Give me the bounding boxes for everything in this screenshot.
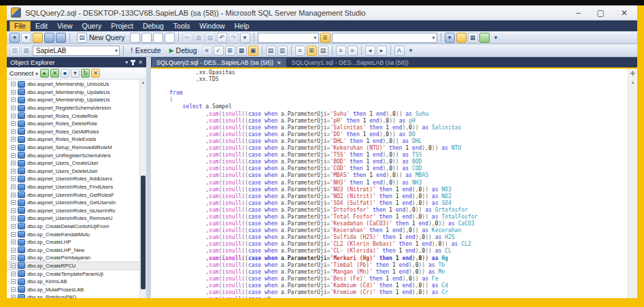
add-connection-icon[interactable]: ▾ <box>10 33 20 43</box>
tree-item[interactable]: dbo.aspnet_Membership_UpdateUs <box>7 88 140 97</box>
find-combo[interactable]: ▾ <box>332 33 437 43</box>
panel-close-icon[interactable]: ✕ <box>138 59 143 65</box>
mdx-query-icon[interactable] <box>153 33 163 43</box>
tree-item[interactable]: dbo.aspnet_Users_CreateUser <box>7 159 140 167</box>
tree-item[interactable]: dbo.aspnet_Roles_DeleteRole <box>7 120 140 128</box>
tab-sqlquery1[interactable]: SQLQuery1.sql - DES...SapieLAB (sa (58)) <box>287 58 413 67</box>
include-actual-plan-icon[interactable]: ▤ <box>266 46 276 56</box>
xmla-query-icon[interactable] <box>165 33 175 43</box>
tree-item[interactable]: dbo.sp_CreateDetailContohUjiFrom <box>7 223 140 231</box>
results-to-text-icon[interactable]: ≡ <box>295 46 305 56</box>
expand-icon[interactable] <box>11 200 16 205</box>
expand-icon[interactable] <box>11 232 16 237</box>
find-in-files-icon[interactable]: ▾ <box>445 33 455 43</box>
editor-scroll-up-icon[interactable]: ▲ <box>628 80 637 84</box>
expand-icon[interactable] <box>11 184 16 189</box>
specify-template-values-icon[interactable]: ▣ <box>248 46 258 56</box>
project-combo[interactable]: ▾ <box>258 33 319 43</box>
tree-item[interactable]: dbo.aspnet_Membership_UpdateUs <box>7 96 140 104</box>
copy-icon[interactable]: ▥ <box>194 33 204 43</box>
tree-item[interactable]: dbo.aspnet_UnRegisterSchemaVers <box>7 151 140 159</box>
close-button[interactable]: ✕ <box>621 8 628 18</box>
pin-icon[interactable] <box>132 60 134 65</box>
menu-window[interactable]: Window <box>194 21 229 31</box>
menu-query[interactable]: Query <box>78 21 107 31</box>
tab-sqlquery2[interactable]: SQLQuery2.sql - DES...SapieLAB (sa (58))… <box>152 58 286 67</box>
expand-icon[interactable] <box>11 169 16 174</box>
expand-icon[interactable] <box>11 145 16 150</box>
undo-icon[interactable]: ↶ <box>217 33 227 43</box>
expand-icon[interactable] <box>11 137 16 142</box>
code-area[interactable]: ,xx.Opasitas ,xx.TDS from ( select a.Sam… <box>151 69 637 298</box>
expand-icon[interactable] <box>11 248 16 253</box>
expand-icon[interactable] <box>11 176 16 181</box>
execute-button[interactable]: !Execute <box>127 45 165 56</box>
save-icon[interactable] <box>44 33 54 43</box>
results-to-file-icon[interactable]: ▤ <box>318 46 328 56</box>
paste-icon[interactable]: ▤ <box>205 33 216 43</box>
stop-icon[interactable]: ■ <box>61 69 69 78</box>
tree-item[interactable]: dbo.aspnet_Membership_UnlockUs <box>7 80 140 88</box>
increase-indent-icon[interactable]: ▸ <box>377 46 387 56</box>
database-combo[interactable]: SapieLAB▾ <box>33 46 120 56</box>
connect-button[interactable]: Connect ▾ <box>10 69 38 77</box>
disconnect-server-icon[interactable]: ✕ <box>50 69 59 78</box>
tree-item[interactable]: dbo.aspnet_UsersInRoles_GetUsersIn <box>7 199 140 207</box>
expand-icon[interactable] <box>11 224 16 229</box>
tree-item[interactable]: dbo.aspnet_Roles_GetAllRoles <box>7 128 140 136</box>
expand-icon[interactable] <box>11 255 16 260</box>
expand-icon[interactable] <box>11 287 16 292</box>
expand-icon[interactable] <box>11 153 16 158</box>
filter-icon[interactable]: ▼ <box>71 69 80 78</box>
tree-item[interactable]: dbo.sp_CreateLHP_New <box>7 246 140 254</box>
connect-server-icon[interactable]: ▸ <box>40 69 49 78</box>
new-query-button[interactable]: ▤New Query <box>73 32 129 43</box>
results-to-grid-icon[interactable]: ⊞ <box>307 46 317 56</box>
properties-icon[interactable] <box>456 33 467 43</box>
help-library-icon[interactable] <box>479 33 490 43</box>
navigate-backward-icon[interactable]: ▾ <box>240 33 250 43</box>
menu-debug[interactable]: Debug <box>138 21 169 31</box>
tree-item[interactable]: dbo.sp_CreateKendaliMutu <box>7 230 140 238</box>
expand-icon[interactable] <box>11 279 16 284</box>
tree-item[interactable]: dbo.aspnet_UsersInRoles_FindUsers <box>7 183 140 191</box>
sql-code[interactable]: ,xx.Opasitas ,xx.TDS from ( select a.Sam… <box>156 69 628 298</box>
include-client-statistics-icon[interactable]: ▥ <box>277 46 288 56</box>
expand-icon[interactable] <box>11 161 16 165</box>
open-folder-icon[interactable] <box>33 33 43 43</box>
panel-splitter[interactable] <box>146 57 151 298</box>
tree-item[interactable]: dbo.sp_CreateTemplateParamUji <box>7 270 140 278</box>
tree-item[interactable]: dbo.aspnet_UsersInRoles_RemoveU <box>7 214 140 223</box>
cancel-query-icon[interactable]: ■ <box>202 46 212 56</box>
tab-close-icon[interactable]: ✕ <box>277 60 282 66</box>
uncomment-icon[interactable]: ≡ <box>348 46 358 56</box>
expand-icon[interactable] <box>11 208 16 213</box>
tree-item[interactable]: dbo.sp_CreateRPCU <box>7 262 140 270</box>
tree-item[interactable]: dbo.aspnet_Users_DeleteUser <box>7 167 140 176</box>
window-position-icon[interactable]: ▾ <box>125 59 128 65</box>
menu-project[interactable]: Project <box>106 21 138 31</box>
menu-tools[interactable]: Tools <box>169 21 195 31</box>
expand-icon[interactable] <box>11 240 16 244</box>
activity-monitor-icon[interactable]: ≣ <box>320 33 331 43</box>
tree-item[interactable]: dbo.aspnet_Roles_RoleExists <box>7 135 140 144</box>
tree-item[interactable]: dbo.aspnet_UsersInRoles_IsUserInRo <box>7 207 140 215</box>
menu-file[interactable]: File <box>10 21 31 31</box>
split-handle-icon[interactable]: ✛ <box>628 70 637 77</box>
expand-icon[interactable] <box>11 272 16 276</box>
expand-icon[interactable] <box>11 121 16 126</box>
tree-item[interactable]: dbo.aspnet_Roles_CreateRole <box>7 112 140 120</box>
object-explorer-tree[interactable]: dbo.aspnet_Membership_UnlockUsdbo.aspnet… <box>7 80 146 298</box>
parse-icon[interactable]: ✓ <box>214 46 224 56</box>
tree-item[interactable]: dbo.sp_CreatePembayaran <box>7 254 140 262</box>
menu-help[interactable]: Help <box>230 21 254 31</box>
tree-item[interactable]: dbo.sp_KirimLAB <box>7 278 140 286</box>
cut-icon[interactable]: ✂ <box>182 33 192 43</box>
display-estimated-plan-icon[interactable]: ⊞ <box>225 46 235 56</box>
intellisense-icon[interactable]: A <box>394 46 405 56</box>
menu-edit[interactable]: Edit <box>31 21 52 31</box>
tree-item[interactable]: dbo.sp_MulaiProsesLAB <box>7 285 140 293</box>
comment-out-icon[interactable]: ≡ <box>336 46 346 56</box>
expand-icon[interactable] <box>11 90 16 95</box>
expand-icon[interactable] <box>11 216 16 221</box>
